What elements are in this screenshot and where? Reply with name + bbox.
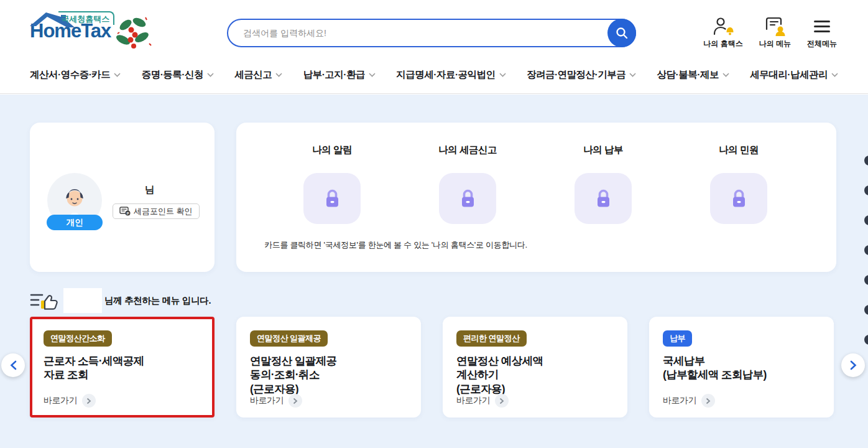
- recommend-cards-row: 연말정산간소화 근로자 소득·세액공제 자료 조회 바로가기 연말정산 일괄제공…: [30, 317, 868, 418]
- lock-tile: [439, 173, 496, 224]
- lock-tile: [710, 173, 767, 224]
- document-person-icon: [764, 16, 786, 36]
- profile-name: 님: [145, 184, 155, 197]
- card-label: 나의 알림: [312, 144, 352, 157]
- svg-text:P: P: [127, 212, 129, 215]
- recommend-card-estimated-tax[interactable]: 편리한 연말정산 연말정산 예상세액 계산하기 (근로자용) 바로가기: [443, 317, 627, 418]
- chevron-down-icon: [629, 73, 636, 77]
- logo-tagline: 국세청홈택스: [58, 11, 114, 25]
- card-label: 나의 납부: [583, 144, 623, 157]
- quick-link-label: 전체메뉴: [807, 39, 837, 49]
- shortcut-link[interactable]: 바로가기: [250, 394, 302, 408]
- lock-icon: [459, 189, 476, 208]
- carousel-next-button[interactable]: [841, 353, 865, 377]
- shortcut-link[interactable]: 바로가기: [663, 394, 715, 408]
- chevron-down-icon: [275, 73, 282, 77]
- my-hometax-card: 나의 알림 나의 세금신고: [236, 123, 836, 272]
- my-payment-card[interactable]: 나의 납부: [535, 144, 671, 224]
- main-navigation: 계산서·영수증·카드 증명·등록·신청 세금신고 납부·고지·환급 지급명세·자…: [0, 56, 868, 94]
- hamburger-icon: [814, 16, 830, 36]
- recommend-card-bulk-provision[interactable]: 연말정산 일괄제공 연말정산 일괄제공 동의·조회·취소 (근로자용) 바로가기: [236, 317, 421, 418]
- header-quick-links: 나의 홈택스 나의 메뉴 전체메뉴: [703, 16, 837, 49]
- lock-icon: [595, 189, 612, 208]
- card-title: 근로자 소득·세액공제 자료 조회: [44, 354, 201, 382]
- recommend-card-simplified-yearend[interactable]: 연말정산간소화 근로자 소득·세액공제 자료 조회 바로가기: [30, 317, 215, 418]
- lock-icon: [731, 189, 747, 208]
- nav-item-certificate-register[interactable]: 증명·등록·신청: [142, 68, 214, 82]
- card-label: 나의 세금신고: [438, 144, 497, 157]
- my-hometax-button[interactable]: 나의 홈택스: [703, 16, 742, 49]
- chevron-right-icon: [495, 394, 509, 408]
- search-button[interactable]: [607, 19, 636, 47]
- chevron-down-icon: [723, 73, 729, 77]
- personal-badge[interactable]: 개인: [47, 215, 103, 230]
- recommend-heading: 님께 추천하는 메뉴 입니다.: [30, 287, 868, 314]
- chevron-right-icon: [701, 394, 715, 408]
- card-title: 국세납부 (납부할세액 조회납부): [663, 354, 820, 382]
- my-tax-filing-card[interactable]: 나의 세금신고: [400, 144, 535, 224]
- shortcut-link[interactable]: 바로가기: [44, 394, 96, 408]
- card-title: 연말정산 일괄제공 동의·조회·취소 (근로자용): [250, 354, 407, 396]
- chevron-right-icon: [289, 394, 302, 408]
- my-menu-button[interactable]: 나의 메뉴: [759, 16, 791, 49]
- tax-point-label: 세금포인트 확인: [134, 206, 193, 217]
- my-hometax-caption: 카드를 클릭하면 '국세정보'를 한눈에 볼 수 있는 '나의 홈택스'로 이동…: [264, 240, 527, 251]
- nav-item-invoice-receipt-card[interactable]: 계산서·영수증·카드: [30, 68, 121, 82]
- my-civil-service-card[interactable]: 나의 민원: [671, 144, 806, 224]
- point-card-icon: P: [119, 207, 131, 216]
- person-bell-icon: [712, 16, 734, 36]
- chevron-down-icon: [499, 73, 506, 77]
- search-input[interactable]: [228, 28, 635, 38]
- chevron-right-icon: [850, 360, 857, 370]
- recommend-heading-text: 님께 추천하는 메뉴 입니다.: [104, 295, 211, 307]
- recommend-card-national-tax-payment[interactable]: 납부 국세납부 (납부할세액 조회납부) 바로가기: [649, 317, 834, 418]
- category-badge: 연말정산간소화: [44, 330, 112, 347]
- search-icon: [616, 27, 628, 39]
- chevron-down-icon: [114, 73, 121, 77]
- shortcut-link[interactable]: 바로가기: [456, 394, 509, 408]
- page: HomeTax 국세청홈택스: [0, 0, 868, 448]
- nav-item-tax-agent-management[interactable]: 세무대리·납세관리: [750, 68, 838, 82]
- masked-user-name: [63, 288, 102, 313]
- tax-point-button[interactable]: P 세금포인트 확인: [113, 203, 200, 219]
- nav-item-payment-notice-refund[interactable]: 납부·고지·환급: [303, 68, 376, 82]
- chevron-down-icon: [831, 73, 838, 77]
- nav-item-tax-filing[interactable]: 세금신고: [234, 68, 282, 82]
- chevron-left-icon: [10, 360, 17, 370]
- nav-item-incentive-yearend-donation[interactable]: 장려금·연말정산·기부금: [527, 68, 636, 82]
- chevron-down-icon: [207, 73, 214, 77]
- nav-item-consult-appeal-report[interactable]: 상담·불복·제보: [657, 68, 729, 82]
- card-label: 나의 민원: [719, 144, 759, 157]
- carousel-prev-button[interactable]: [1, 353, 25, 377]
- lock-tile: [575, 173, 632, 224]
- main-content: 개인 님 P 세금포인트 확인: [0, 95, 868, 448]
- chevron-down-icon: [369, 73, 376, 77]
- list-thumbs-up-icon: [30, 291, 60, 310]
- avatar: 개인: [47, 172, 103, 231]
- category-badge: 편리한 연말정산: [456, 330, 527, 347]
- category-badge: 연말정산 일괄제공: [250, 330, 328, 347]
- my-alerts-card[interactable]: 나의 알림: [264, 144, 400, 224]
- chevron-right-icon: [82, 394, 96, 408]
- holly-decoration-icon: [114, 16, 153, 52]
- lock-tile: [303, 173, 361, 224]
- card-title: 연말정산 예상세액 계산하기 (근로자용): [456, 354, 614, 396]
- nav-item-statement-data-nonprofit[interactable]: 지급명세·자료·공익법인: [396, 68, 506, 82]
- hometax-logo[interactable]: HomeTax 국세청홈택스: [30, 12, 153, 52]
- profile-card: 개인 님 P 세금포인트 확인: [30, 123, 215, 272]
- all-menu-button[interactable]: 전체메뉴: [807, 16, 837, 49]
- quick-link-label: 나의 메뉴: [759, 39, 791, 49]
- search-bar: [227, 19, 636, 47]
- quick-link-label: 나의 홈택스: [703, 39, 742, 49]
- header: HomeTax 국세청홈택스: [0, 0, 868, 56]
- category-badge: 납부: [663, 330, 692, 347]
- lock-icon: [324, 189, 341, 208]
